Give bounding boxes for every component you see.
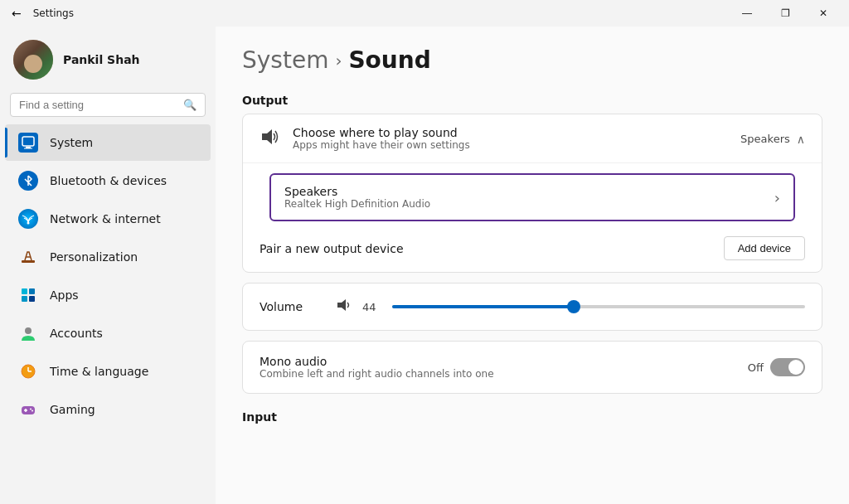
breadcrumb-chevron-icon: › (335, 51, 342, 70)
mono-right: Off (748, 358, 805, 376)
output-card: Choose where to play sound Apps might ha… (242, 114, 822, 273)
avatar (13, 40, 53, 80)
volume-slider-track[interactable] (392, 305, 805, 308)
user-profile: Pankil Shah (0, 27, 216, 90)
sidebar-item-apps[interactable]: Apps (5, 277, 211, 313)
mono-label: Mono audio (260, 355, 494, 368)
svg-rect-2 (24, 148, 32, 149)
volume-card: Volume 44 (242, 283, 822, 331)
svg-point-3 (27, 222, 30, 225)
search-box[interactable]: 🔍 (10, 93, 206, 117)
avatar-image (13, 40, 53, 80)
mono-sub: Combine left and right audio channels in… (260, 368, 494, 380)
choose-sound-text: Choose where to play sound Apps might ha… (293, 126, 727, 151)
sidebar-item-bluetooth-label: Bluetooth & devices (50, 174, 167, 187)
sidebar-item-personalization[interactable]: Personalization (5, 239, 211, 275)
sidebar-item-time-label: Time & language (50, 365, 148, 378)
sidebar-item-accounts[interactable]: Accounts (5, 315, 211, 351)
sidebar-item-accounts-label: Accounts (50, 327, 103, 340)
volume-slider-fill (392, 305, 574, 308)
sidebar-item-apps-label: Apps (50, 288, 79, 302)
volume-slider-thumb[interactable] (567, 300, 580, 313)
back-icon[interactable]: ← (7, 3, 27, 23)
svg-point-11 (25, 327, 32, 334)
sidebar: Pankil Shah 🔍 System Bluetooth & devices… (0, 27, 216, 504)
volume-row: Volume 44 (243, 284, 822, 330)
title-bar-controls: — ❐ ✕ (728, 0, 842, 27)
breadcrumb-parent: System (242, 46, 328, 74)
sidebar-item-system[interactable]: System (5, 124, 211, 161)
mono-card: Mono audio Combine left and right audio … (242, 341, 822, 394)
speakers-badge: Speakers (740, 133, 790, 145)
choose-sound-label: Choose where to play sound (293, 126, 727, 139)
svg-rect-9 (29, 296, 35, 302)
svg-point-19 (32, 410, 33, 412)
breadcrumb: System › Sound (242, 46, 822, 74)
apps-icon (18, 285, 38, 305)
svg-point-18 (30, 409, 32, 410)
choose-sound-row[interactable]: Choose where to play sound Apps might ha… (243, 114, 822, 163)
main-content: System › Sound Output Choose where to pl… (216, 27, 849, 504)
choose-sound-sub: Apps might have their own settings (293, 139, 727, 151)
speakers-name: Speakers (284, 185, 430, 198)
close-button[interactable]: ✕ (804, 0, 842, 27)
sidebar-item-network-label: Network & internet (50, 212, 161, 225)
system-icon (18, 133, 38, 153)
chevron-up-icon (797, 131, 805, 147)
sidebar-item-system-label: System (50, 136, 93, 149)
personalization-icon (18, 247, 38, 267)
sidebar-item-network[interactable]: Network & internet (5, 201, 211, 237)
volume-value: 44 (362, 301, 382, 313)
choose-sound-right: Speakers (740, 131, 805, 147)
mono-text: Mono audio Combine left and right audio … (260, 355, 494, 380)
speaker-icon (260, 127, 279, 151)
app-body: Pankil Shah 🔍 System Bluetooth & devices… (0, 27, 849, 504)
pair-row: Pair a new output device Add device (243, 225, 822, 272)
bluetooth-icon (18, 171, 38, 191)
sidebar-item-gaming-label: Gaming (50, 403, 95, 416)
sidebar-item-bluetooth[interactable]: Bluetooth & devices (5, 162, 211, 199)
title-bar-title: Settings (33, 7, 74, 19)
mono-toggle-label: Off (748, 361, 764, 374)
speakers-text: Speakers Realtek High Definition Audio (284, 185, 430, 210)
title-bar-left: ← Settings (7, 3, 74, 23)
mono-toggle[interactable] (770, 358, 805, 376)
volume-icon (336, 297, 352, 317)
sidebar-item-personalization-label: Personalization (50, 250, 138, 264)
minimize-button[interactable]: — (728, 0, 766, 27)
gaming-icon (18, 400, 38, 419)
svg-rect-8 (22, 296, 27, 302)
svg-rect-4 (22, 260, 35, 263)
svg-marker-20 (262, 129, 272, 144)
maximize-button[interactable]: ❐ (766, 0, 804, 27)
title-bar: ← Settings — ❐ ✕ (0, 0, 849, 27)
output-section-title: Output (242, 94, 822, 107)
user-name: Pankil Shah (63, 53, 140, 66)
breadcrumb-current: Sound (348, 46, 430, 74)
search-icon: 🔍 (183, 99, 196, 111)
time-icon (18, 361, 38, 381)
speakers-selected-row[interactable]: Speakers Realtek High Definition Audio (269, 173, 795, 221)
svg-rect-7 (29, 288, 35, 294)
speakers-chevron-icon (774, 189, 780, 206)
sidebar-item-gaming[interactable]: Gaming (5, 391, 211, 428)
mono-row: Mono audio Combine left and right audio … (243, 342, 822, 393)
speakers-sub: Realtek High Definition Audio (284, 198, 430, 210)
network-icon (18, 209, 38, 229)
sidebar-item-time[interactable]: Time & language (5, 353, 211, 390)
svg-marker-21 (337, 299, 346, 311)
add-device-button[interactable]: Add device (724, 236, 805, 260)
accounts-icon (18, 323, 38, 343)
svg-rect-0 (22, 137, 34, 146)
pair-label: Pair a new output device (260, 242, 404, 255)
search-input[interactable] (19, 99, 177, 111)
svg-rect-6 (22, 288, 27, 294)
input-section-title: Input (242, 410, 822, 424)
volume-label: Volume (260, 300, 326, 313)
